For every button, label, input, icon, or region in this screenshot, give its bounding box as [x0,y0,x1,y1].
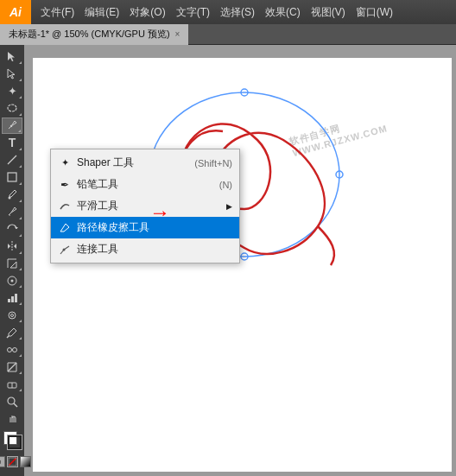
canvas-area[interactable]: 软件自学网WWW.RJZXW.COM ✦ Shaper 工具 ( [24,45,456,476]
tool-zoom[interactable] [2,393,22,409]
join-icon [58,243,72,257]
tool-slice[interactable] [2,359,22,375]
menu-item-eraser[interactable]: 路径橡皮擦工具 [51,217,239,238]
menu-item-join[interactable]: 连接工具 [51,238,239,260]
svg-point-4 [9,197,11,200]
shaper-icon: ✦ [58,156,72,170]
tool-eraser[interactable] [2,376,22,392]
menu-item-shaper-shortcut: (Shift+N) [194,158,232,168]
tool-lasso[interactable] [2,100,22,117]
menu-item-pencil[interactable]: ✒ 铅笔工具 (N) [51,174,239,195]
svg-rect-9 [8,299,10,302]
tool-symbol[interactable] [2,307,22,323]
title-bar: Ai 文件(F) 编辑(E) 对象(O) 文字(T) 选择(S) 效果(C) 视… [0,0,456,24]
smooth-icon [58,200,72,213]
menu-item-pencil-label: 铅笔工具 [77,177,118,192]
svg-point-32 [63,248,66,251]
svg-rect-10 [11,296,14,302]
pencil-icon: ✒ [58,178,72,192]
menu-item-smooth[interactable]: 平滑工具 ▶ [51,195,239,217]
tool-text[interactable]: T [2,135,22,151]
color-fill-icon[interactable]: ■ [0,456,5,467]
svg-point-16 [13,347,17,352]
menu-object[interactable]: 对象(O) [124,0,170,24]
no-fill-icon[interactable] [7,456,18,467]
svg-point-21 [8,397,15,404]
svg-marker-5 [15,227,18,229]
tool-pen[interactable] [2,117,22,134]
tab-close-button[interactable]: × [175,29,180,39]
menu-text[interactable]: 文字(T) [171,0,215,24]
menu-item-shaper[interactable]: ✦ Shaper 工具 (Shift+N) [51,152,239,174]
menu-item-smooth-label: 平滑工具 [77,199,118,213]
svg-point-12 [9,312,16,319]
tool-eyedropper[interactable] [2,324,22,340]
tool-graph[interactable] [2,289,22,306]
context-menu: ✦ Shaper 工具 (Shift+N) ✒ 铅笔工具 (N) 平滑工具 ▶ [50,149,240,263]
color-section: ■ [0,428,31,476]
tool-blend[interactable] [2,341,22,358]
tab-label: 未标题-1* @ 150% (CMYK/GPU 预览) [9,28,170,41]
svg-line-18 [8,363,16,371]
menu-file[interactable]: 文件(F) [35,0,79,24]
tool-select[interactable] [2,48,22,65]
svg-line-2 [8,155,16,164]
menu-edit[interactable]: 编辑(E) [79,0,124,24]
svg-point-1 [10,125,12,127]
svg-point-15 [8,347,12,352]
left-toolbar: ✦ T [0,45,24,476]
tool-paintbrush[interactable] [2,187,22,203]
menu-window[interactable]: 窗口(W) [351,0,398,24]
tool-pencil[interactable] [2,204,22,220]
tool-scale[interactable] [2,256,22,272]
tool-mirror[interactable] [2,238,22,255]
main-area: ✦ T [0,45,456,476]
tool-rotate[interactable] [2,221,22,238]
gradient-icon[interactable] [20,456,31,467]
tool-line[interactable] [2,152,22,168]
menu-view[interactable]: 视图(V) [306,0,351,24]
menu-item-join-label: 连接工具 [77,242,118,257]
stroke-swatch[interactable] [8,435,22,449]
svg-rect-11 [15,294,17,302]
menu-item-pencil-shortcut: (N) [219,180,232,190]
tool-rect[interactable] [2,169,22,186]
svg-point-8 [11,279,14,282]
active-tab[interactable]: 未标题-1* @ 150% (CMYK/GPU 预览) × [0,24,188,45]
svg-point-13 [11,314,14,316]
tool-warp[interactable] [2,272,22,289]
menu-item-eraser-label: 路径橡皮擦工具 [77,220,149,235]
menu-bar: 文件(F) 编辑(E) 对象(O) 文字(T) 选择(S) 效果(C) 视图(V… [31,0,456,24]
tool-magic-wand[interactable]: ✦ [2,83,22,99]
menu-item-shaper-label: Shaper 工具 [77,155,134,170]
menu-effect[interactable]: 效果(C) [260,0,306,24]
tool-hand[interactable] [2,410,22,427]
svg-line-14 [7,336,9,338]
app-logo: Ai [0,0,31,24]
svg-line-22 [14,403,17,407]
eraser-icon [58,221,72,235]
svg-point-0 [8,105,16,111]
svg-line-23 [9,458,16,466]
menu-select[interactable]: 选择(S) [215,0,260,24]
svg-rect-3 [8,173,16,181]
tab-bar: 未标题-1* @ 150% (CMYK/GPU 预览) × [0,24,456,45]
submenu-arrow: ▶ [226,202,232,211]
tool-direct-select[interactable] [2,66,22,82]
